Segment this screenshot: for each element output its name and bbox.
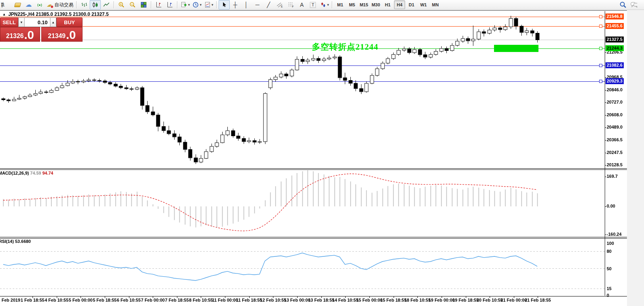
volume-increase-button[interactable]: ▲ <box>50 17 56 27</box>
price-axis-badge: 21327.5 <box>606 37 624 42</box>
indicators-list-icon <box>181 2 187 8</box>
price-axis-tick: 20608.0 <box>607 112 623 117</box>
spin-down-icon: ▼ <box>20 21 23 24</box>
time-axis-label: 13 Feb 18:55 <box>308 298 334 302</box>
price-axis-badge: 21455.6 <box>606 23 624 29</box>
symbol-info-line: ▲ JPN225-,H4 21385.0 21392.5 21300.0 213… <box>2 12 109 17</box>
macd-value-2: 94.74 <box>42 171 54 175</box>
chevron-down-icon[interactable]: ▾ <box>211 3 213 7</box>
timeframe-m5-button[interactable]: M5 <box>346 0 358 9</box>
sell-price-main: 21326 <box>6 32 24 40</box>
equidistant-channel-button[interactable]: E <box>274 0 285 10</box>
rsi-value: 53.6680 <box>15 239 31 244</box>
autotrading-button[interactable]: ☁自动交易 <box>45 0 75 10</box>
periods-icon <box>192 2 199 8</box>
tile-windows-button[interactable] <box>138 0 149 10</box>
sell-button[interactable]: SELL <box>0 17 18 27</box>
candlestick-chart-button[interactable] <box>90 0 101 10</box>
cursor-button[interactable] <box>219 0 230 10</box>
toolbar-tools-group: ┼│─╱EFAT▾ <box>219 0 331 10</box>
horizontal-line-button[interactable]: ─ <box>252 0 263 10</box>
volume-decrease-button[interactable]: ▼ <box>18 17 25 27</box>
timeframe-h1-button[interactable]: H1 <box>382 0 393 9</box>
data-window-icon <box>167 2 173 8</box>
chat-button[interactable] <box>628 0 639 10</box>
vertical-line-button[interactable]: │ <box>241 0 252 10</box>
search-button[interactable] <box>617 0 628 10</box>
price-axis-tick: 20489.0 <box>607 125 623 129</box>
fibonacci-icon: F <box>287 2 294 8</box>
toolbar-insert-group: ▾▾▾ <box>179 0 215 10</box>
macd-axis-tick: -160.24 <box>607 232 621 237</box>
text-button[interactable]: A <box>296 0 308 10</box>
time-axis-label: 11 Feb 18:55 <box>236 298 262 302</box>
mql-community-button[interactable]: ☁ <box>23 0 34 10</box>
timeframe-toolbar: M1M5M15M30H1H4D1W1MN <box>334 0 441 10</box>
toolbar-separator <box>332 1 333 8</box>
mql-editor-button[interactable] <box>12 0 23 10</box>
time-axis-label: 18 Feb 10:55 <box>404 298 431 302</box>
timeframe-h4-button[interactable]: H4 <box>394 0 405 9</box>
time-axis-label: 19 Feb 00:00 <box>429 298 455 302</box>
timeframe-mn-button[interactable]: MN <box>430 0 441 9</box>
time-axis-label: 11 Feb 00:00 <box>212 298 238 302</box>
new-order-button[interactable]: 单 <box>1 0 12 10</box>
chevron-down-icon[interactable]: ▾ <box>188 3 190 7</box>
price-axis-tick: 20247.5 <box>607 150 623 155</box>
time-axis-label: 5 Feb 00:00 <box>69 298 92 302</box>
tile-windows-icon <box>140 2 147 8</box>
macd-axis-tick: 0.00 <box>607 204 615 208</box>
buy-button[interactable]: BUY <box>56 17 83 27</box>
autotrading-label: 自动交易 <box>54 2 73 8</box>
fibonacci-button[interactable]: F <box>285 0 296 10</box>
macd-label: MACD(12,26,9) 74.59 94.74 <box>0 171 53 175</box>
time-axis-label: 13 Feb 00:00 <box>284 298 310 302</box>
chevron-down-icon[interactable]: ▾ <box>200 3 202 7</box>
arrows-button[interactable]: ▾ <box>319 0 331 10</box>
profiles-button[interactable] <box>153 0 164 10</box>
rsi-axis-tick: 100 <box>607 241 614 246</box>
toolbar-profile-group <box>153 0 175 10</box>
spin-up-icon: ▲ <box>52 21 55 24</box>
chevron-down-icon[interactable]: ▾ <box>327 3 329 7</box>
indicators-list-button[interactable]: ▾ <box>179 0 191 10</box>
line-chart-icon <box>103 2 110 8</box>
time-axis-label: 6 Feb 10:55 <box>117 298 141 302</box>
chart-menu-icon[interactable]: ▲ <box>2 12 6 16</box>
buy-price-display[interactable]: 21349.0 <box>41 27 83 42</box>
toolbar-separator <box>113 1 114 8</box>
time-axis-label: Feb 2019 <box>2 298 20 302</box>
zoom-out-button[interactable] <box>127 0 138 10</box>
bar-chart-button[interactable] <box>79 0 90 10</box>
sell-price-display[interactable]: 21326.0 <box>0 27 40 42</box>
text-label-icon: T <box>310 2 316 8</box>
text-label-button[interactable]: T <box>308 0 319 10</box>
time-axis-label: 14 Feb 10:55 <box>332 298 358 302</box>
timeframe-m1-button[interactable]: M1 <box>334 0 346 9</box>
data-window-button[interactable] <box>164 0 175 10</box>
crosshair-button[interactable]: ┼ <box>230 0 241 10</box>
time-axis-label: 21 Feb 00:00 <box>501 298 527 302</box>
templates-button[interactable]: ▾ <box>203 0 215 10</box>
candlestick-chart-icon <box>92 2 99 8</box>
cursor-icon <box>221 2 227 8</box>
timeframe-m15-button[interactable]: M15 <box>358 0 369 9</box>
zoom-in-button[interactable] <box>116 0 127 10</box>
volume-input[interactable] <box>25 17 50 27</box>
macd-axis-tick: 169.7 <box>607 174 618 179</box>
line-chart-button[interactable] <box>101 0 112 10</box>
arrows-icon <box>320 2 327 8</box>
timeframe-w1-button[interactable]: W1 <box>418 0 429 9</box>
signals-button[interactable] <box>34 0 45 10</box>
toolbar-right-group <box>617 0 643 10</box>
price-axis-tick: 20727.0 <box>607 100 623 104</box>
toolbar-separator <box>216 1 217 8</box>
trendline-button[interactable]: ╱ <box>263 0 274 10</box>
equidistant-channel-icon: E <box>276 2 283 8</box>
toolbar-file-group: 单☁☁自动交易 <box>1 0 75 10</box>
timeframe-d1-button[interactable]: D1 <box>406 0 417 9</box>
zoom-out-icon <box>129 2 136 8</box>
periods-button[interactable]: ▾ <box>191 0 203 10</box>
timeframe-m30-button[interactable]: M30 <box>370 0 381 9</box>
chart-text-annotation[interactable]: 多空转折点21244 <box>312 41 379 52</box>
